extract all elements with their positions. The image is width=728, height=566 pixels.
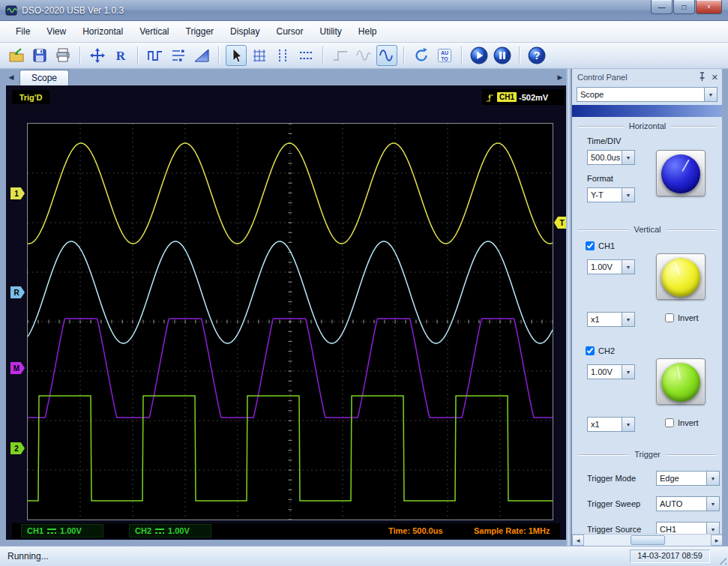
channel-marker-R[interactable]: R (10, 286, 25, 298)
scope-screen-frame (27, 123, 553, 520)
dropdown-arrow-icon: ▼ (622, 418, 634, 431)
pin-icon[interactable] (699, 72, 706, 82)
menu-view[interactable]: View (38, 22, 74, 40)
open-button[interactable] (6, 45, 27, 66)
ch2-readout: CH2 1.00V (129, 524, 211, 538)
cursor-button[interactable] (226, 45, 247, 66)
horizontal-cursors-button[interactable] (295, 45, 316, 66)
ramp-button[interactable] (191, 45, 212, 66)
svg-text:AU: AU (441, 50, 448, 55)
toolbar-separator (218, 46, 220, 64)
channel-marker-column: 1RM2 (10, 124, 25, 520)
ch2-enable-row: CH2 (586, 346, 615, 355)
sine-wave-button[interactable] (376, 45, 397, 66)
panel-close-icon[interactable]: ✕ (712, 73, 718, 82)
menu-horizontal[interactable]: Horizontal (74, 22, 131, 40)
play-icon (470, 46, 488, 64)
dropdown-arrow-icon: ▼ (706, 523, 719, 534)
dc-coupling-icon (155, 529, 164, 534)
maximize-button[interactable]: □ (673, 0, 695, 14)
ch2-invert-checkbox[interactable] (665, 418, 674, 427)
section-horizontal: Horizontal (578, 121, 717, 130)
control-panel-header[interactable]: Control Panel ✕ (572, 69, 722, 85)
titlebar[interactable]: DSO-2020 USB Ver 1.0.3 — □ × (0, 0, 728, 21)
ch2-probe-select[interactable]: x1 ▼ (587, 417, 635, 432)
ch1-voltsdiv-select[interactable]: 1.00V ▼ (587, 259, 635, 274)
scrollbar-thumb[interactable] (631, 535, 665, 545)
format-select[interactable]: Y-T ▼ (587, 187, 635, 202)
ramp-icon (193, 47, 210, 64)
resize-grip[interactable] (716, 554, 727, 565)
ch1-position-knob[interactable] (656, 253, 706, 300)
scroll-right-button[interactable]: ▶ (711, 535, 722, 546)
scope-screen[interactable] (28, 124, 553, 520)
ch2-volts: 1.00V (168, 526, 190, 535)
scroll-left-button[interactable]: ◀ (572, 535, 584, 546)
tab-scope[interactable]: Scope (19, 70, 69, 85)
timediv-select[interactable]: 500.0us ▼ (587, 150, 635, 165)
trigger-level-value: -502mV (519, 93, 548, 102)
open-icon (8, 47, 25, 64)
square-wave-button[interactable] (145, 45, 166, 66)
trigger-source-label: Trigger Source (587, 525, 641, 534)
svg-text:?: ? (534, 49, 541, 61)
ch2-enable-checkbox[interactable] (586, 346, 595, 355)
ch2-voltsdiv-select[interactable]: 1.00V ▼ (587, 364, 635, 379)
trigger-mode-select[interactable]: Edge ▼ (656, 471, 720, 486)
menu-cursor[interactable]: Cursor (268, 22, 311, 40)
save-button[interactable] (29, 45, 50, 66)
ch1-invert-checkbox[interactable] (665, 313, 674, 322)
tab-scroll-right[interactable]: ▶ (555, 71, 565, 83)
scrollbar-track[interactable] (584, 535, 711, 546)
ch1-probe-select[interactable]: x1 ▼ (587, 312, 635, 327)
svg-text:TO: TO (441, 56, 448, 61)
control-panel: Control Panel ✕ Scope ▼ Horizontal Time/… (571, 69, 722, 546)
print-button[interactable] (52, 45, 73, 66)
tab-scroll-left[interactable]: ◀ (6, 71, 16, 83)
cursor-arrow-icon (228, 47, 244, 64)
sine-wave-icon (379, 47, 395, 64)
grid-button[interactable] (249, 45, 270, 66)
datetime-text: 14-03-2017 08:59 (630, 550, 710, 563)
trigger-sweep-select[interactable]: AUTO ▼ (656, 496, 720, 511)
channel-marker-M[interactable]: M (10, 362, 25, 374)
ch1-enable-checkbox[interactable] (586, 241, 595, 250)
measure-button[interactable] (168, 45, 189, 66)
menu-display[interactable]: Display (222, 22, 268, 40)
menu-utility[interactable]: Utility (311, 22, 349, 40)
grid-icon (251, 47, 268, 64)
close-button[interactable]: × (696, 0, 722, 14)
minimize-button[interactable]: — (651, 0, 673, 14)
toolbar-separator (79, 46, 81, 64)
toolbar-separator (519, 46, 520, 64)
zoom-button[interactable] (87, 45, 108, 66)
ch2-position-knob[interactable] (656, 358, 706, 405)
menu-trigger[interactable]: Trigger (178, 22, 223, 40)
pause-icon (493, 46, 511, 64)
help-button[interactable]: ? (526, 45, 547, 66)
toolbar-separator (403, 46, 405, 64)
trigger-source-select[interactable]: CH1 ▼ (656, 522, 720, 534)
dropdown-arrow-icon: ▼ (706, 497, 719, 511)
pause-button[interactable] (492, 45, 513, 66)
menu-help[interactable]: Help (350, 22, 385, 40)
horizontal-position-knob[interactable] (656, 150, 706, 196)
panel-splitter[interactable] (566, 69, 571, 546)
refresh-button[interactable] (411, 45, 432, 66)
menu-file[interactable]: File (7, 22, 38, 40)
menu-vertical[interactable]: Vertical (131, 22, 177, 40)
vertical-cursors-button[interactable] (272, 45, 293, 66)
section-vertical: Vertical (578, 225, 717, 234)
channel-marker-1[interactable]: 1 (10, 187, 25, 199)
print-icon (55, 47, 71, 64)
reference-button[interactable]: R (110, 45, 131, 66)
trigger-mode-label: Trigger Mode (587, 474, 636, 483)
ch1-label: CH1 (27, 526, 43, 535)
trigger-readout: CH1 -502mV (482, 89, 565, 105)
auto-setup-button[interactable]: AU TO (434, 45, 455, 66)
panel-select[interactable]: Scope ▼ (577, 87, 718, 102)
start-button[interactable] (469, 45, 490, 66)
channel-marker-2[interactable]: 2 (10, 442, 25, 454)
zoom-arrows-icon (89, 47, 106, 64)
step-wave-button (330, 45, 351, 66)
